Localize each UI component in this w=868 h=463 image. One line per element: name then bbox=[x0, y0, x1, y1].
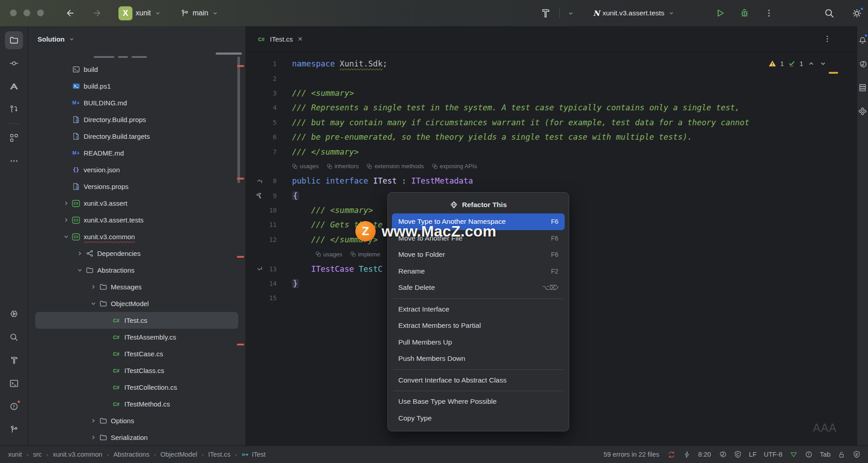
tree-item-itestcase-cs[interactable]: C#ITestCase.cs bbox=[35, 345, 238, 362]
menu-item-push-members-down[interactable]: Push Members Down bbox=[392, 350, 565, 367]
status-button-exclaim-circle[interactable] bbox=[805, 450, 813, 458]
tool-button-problems[interactable] bbox=[5, 397, 23, 416]
tree-item-directory-build-props[interactable]: Directory.Build.props bbox=[35, 111, 238, 128]
tree-item-messages[interactable]: Messages bbox=[35, 279, 238, 295]
search-everywhere-button[interactable] bbox=[821, 5, 838, 21]
tool-button-database[interactable] bbox=[857, 78, 868, 97]
tree-item-build[interactable]: build bbox=[35, 61, 238, 78]
gutter-up-icon[interactable] bbox=[255, 177, 264, 184]
tree-item-xunit-v3-assert-tests[interactable]: C#xunit.v3.assert.tests bbox=[35, 212, 238, 228]
breadcrumb-symbol[interactable]: ITest bbox=[241, 451, 266, 458]
tree-item-versions-props[interactable]: Versions.props bbox=[35, 178, 238, 195]
status-button-sync-error[interactable] bbox=[667, 450, 676, 459]
code-lens-link[interactable]: impleme bbox=[350, 251, 380, 258]
breadcrumb-item[interactable]: xunit.v3.common bbox=[53, 451, 103, 458]
menu-item-convert-interface-to-abstract-class[interactable]: Convert Interface to Abstract Class bbox=[392, 372, 565, 389]
tree-horizontal-scrollbar[interactable] bbox=[216, 52, 242, 55]
status-button-lightning[interactable] bbox=[683, 451, 691, 458]
tool-button-structure[interactable] bbox=[5, 129, 23, 147]
breadcrumb-item[interactable]: src bbox=[33, 451, 42, 458]
menu-item-rename[interactable]: RenameF2 bbox=[392, 263, 565, 280]
chevron-up-icon[interactable] bbox=[807, 60, 815, 67]
tree-item-serialization[interactable]: Serialization bbox=[35, 429, 238, 445]
menu-item-move-to-folder[interactable]: Move to FolderF6 bbox=[392, 246, 565, 263]
run-configuration-selector[interactable]: N xunit.v3.assert.tests bbox=[590, 5, 678, 21]
menu-item-move-to-another-file[interactable]: Move to Another FileF6 bbox=[392, 230, 565, 247]
chevron-right-icon[interactable] bbox=[88, 418, 99, 424]
tree-item-building-md[interactable]: MBUILDING.md bbox=[35, 94, 238, 111]
error-summary[interactable]: 59 errors in 22 files bbox=[604, 451, 659, 458]
chevron-right-icon[interactable] bbox=[88, 435, 99, 440]
tab-itest-cs[interactable]: C# ITest.cs bbox=[254, 26, 308, 52]
chevron-right-icon[interactable] bbox=[61, 217, 71, 223]
tool-button-hammer[interactable] bbox=[5, 351, 23, 369]
menu-item-safe-delete[interactable]: Safe Delete⌥⌦ bbox=[392, 279, 565, 296]
window-controls[interactable] bbox=[10, 9, 44, 16]
settings-button[interactable] bbox=[849, 5, 865, 21]
tree-item-dependencies[interactable]: Dependencies bbox=[35, 245, 238, 262]
tool-button-commit[interactable] bbox=[5, 54, 23, 72]
debug-button[interactable] bbox=[736, 5, 753, 21]
code-lens-link[interactable]: usages bbox=[316, 251, 342, 258]
tree-vertical-scrollbar[interactable] bbox=[237, 57, 240, 183]
gutter-hammer-icon[interactable] bbox=[255, 192, 264, 199]
tree-item-itestclass-cs[interactable]: C#ITestClass.cs bbox=[35, 362, 238, 379]
tree-item-objectmodel[interactable]: ObjectModel bbox=[35, 295, 238, 312]
project-widget[interactable]: X xunit bbox=[116, 5, 164, 21]
chevron-down-icon[interactable] bbox=[819, 60, 827, 67]
close-icon[interactable] bbox=[297, 36, 303, 42]
status-item-lf[interactable]: LF bbox=[749, 451, 757, 458]
panel-header[interactable]: Solution bbox=[28, 26, 245, 52]
tree-item-readme-md[interactable]: MREADME.md bbox=[35, 145, 238, 161]
breadcrumb-item[interactable]: ObjectModel bbox=[160, 451, 197, 458]
chevron-right-icon[interactable] bbox=[74, 250, 85, 256]
tree-item-itestcollection-cs[interactable]: C#ITestCollection.cs bbox=[35, 379, 238, 396]
branch-widget[interactable]: main bbox=[177, 5, 222, 21]
tree-item-xunit-v3-common[interactable]: C#xunit.v3.common bbox=[35, 228, 238, 245]
menu-item-extract-interface[interactable]: Extract Interface bbox=[392, 301, 565, 318]
tool-button-bell[interactable] bbox=[857, 31, 868, 50]
status-button-lock-open[interactable] bbox=[838, 451, 845, 458]
code-lens-link[interactable]: exposing APIs bbox=[432, 163, 477, 170]
tool-button-search[interactable] bbox=[5, 328, 23, 346]
tool-button-folder[interactable] bbox=[5, 31, 23, 49]
status-item-8-20[interactable]: 8:20 bbox=[698, 451, 711, 458]
menu-item-pull-members-up[interactable]: Pull Members Up bbox=[392, 334, 565, 351]
chevron-right-icon[interactable] bbox=[61, 200, 71, 206]
more-actions-button[interactable] bbox=[761, 5, 777, 21]
build-button[interactable] bbox=[537, 5, 554, 21]
tree-item-build-ps1[interactable]: build.ps1 bbox=[35, 78, 238, 94]
tool-button-ai-swirl[interactable] bbox=[857, 54, 868, 74]
tab-options-kebab-icon[interactable] bbox=[823, 34, 832, 43]
code-lens-link[interactable]: extension methods bbox=[367, 163, 424, 170]
chevron-down-icon[interactable] bbox=[61, 234, 71, 240]
build-options-button[interactable] bbox=[564, 5, 577, 21]
tool-button-run-hexagon[interactable] bbox=[5, 305, 23, 323]
tool-button-nuget[interactable] bbox=[857, 101, 868, 121]
back-button[interactable] bbox=[61, 5, 78, 21]
gutter-down-icon[interactable] bbox=[255, 265, 264, 273]
run-button[interactable] bbox=[712, 5, 728, 21]
breadcrumb-item[interactable]: Abstractions bbox=[113, 451, 150, 458]
forward-button[interactable] bbox=[90, 5, 106, 21]
tree-item-options[interactable]: Options bbox=[35, 412, 238, 429]
tool-button-more-dots[interactable] bbox=[5, 152, 23, 170]
breadcrumb-item[interactable]: xunit bbox=[8, 451, 22, 458]
tree-item-itestassembly-cs[interactable]: C#ITestAssembly.cs bbox=[35, 329, 238, 345]
tool-button-terminal[interactable] bbox=[5, 374, 23, 392]
tree-item-version-json[interactable]: {}version.json bbox=[35, 161, 238, 178]
minimize-window-button[interactable] bbox=[24, 9, 30, 16]
tool-button-git-branch[interactable] bbox=[5, 420, 23, 439]
tool-button-azure[interactable] bbox=[5, 77, 23, 95]
status-button-triangle-down[interactable] bbox=[790, 451, 797, 458]
close-window-button[interactable] bbox=[10, 9, 17, 16]
chevron-right-icon[interactable] bbox=[88, 284, 99, 290]
status-button-shield-c[interactable] bbox=[734, 450, 742, 458]
chevron-down-icon[interactable] bbox=[88, 301, 99, 307]
inspections-widget[interactable]: 1 1 bbox=[769, 60, 827, 67]
status-button-shield-lines[interactable] bbox=[853, 450, 861, 458]
status-item-utf-8[interactable]: UTF-8 bbox=[764, 451, 783, 458]
tree-item-itest-cs[interactable]: C#ITest.cs bbox=[35, 312, 238, 329]
tree-item-abstractions[interactable]: Abstractions bbox=[35, 262, 238, 279]
status-button-at-spiral[interactable] bbox=[718, 450, 726, 458]
